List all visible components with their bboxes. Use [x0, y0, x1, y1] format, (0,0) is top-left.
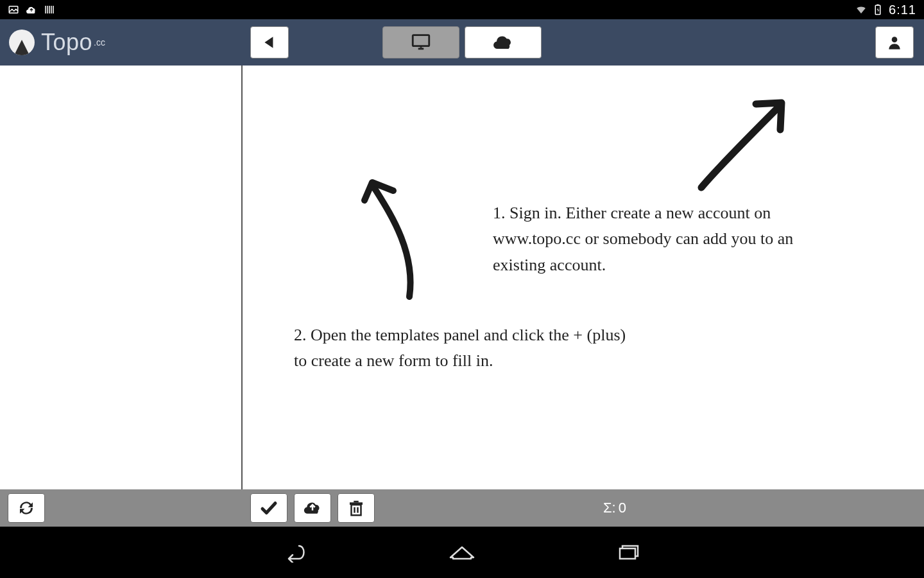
- nav-home-icon: [447, 542, 477, 563]
- sigma-label: Σ:: [603, 500, 616, 516]
- svg-rect-8: [413, 35, 429, 46]
- app-name: Topo: [41, 29, 92, 56]
- triangle-left-icon: [261, 34, 278, 51]
- onboarding-tip-2: 2. Open the templates panel and click th…: [294, 322, 628, 374]
- back-button[interactable]: [250, 26, 289, 58]
- sigma-value: 0: [619, 500, 626, 516]
- app-logo[interactable]: Topo.cc: [0, 19, 243, 66]
- svg-rect-5: [53, 6, 54, 13]
- confirm-button[interactable]: [250, 493, 287, 523]
- svg-rect-14: [354, 501, 359, 503]
- status-time: 6:11: [889, 3, 916, 17]
- nav-back-icon: [280, 542, 311, 563]
- cloud-tab[interactable]: [465, 26, 542, 58]
- android-back-button[interactable]: [276, 539, 314, 565]
- svg-rect-3: [49, 6, 50, 13]
- content-area: 1. Sign in. Either create a new account …: [0, 66, 924, 489]
- logo-mountain-icon: [9, 30, 35, 55]
- local-device-tab[interactable]: [382, 26, 459, 58]
- sync-icon: [17, 498, 36, 518]
- android-recents-button[interactable]: [610, 539, 648, 565]
- person-icon: [886, 34, 903, 51]
- svg-point-11: [892, 37, 898, 42]
- android-status-bar: 6:11: [0, 0, 924, 19]
- templates-panel[interactable]: [0, 66, 243, 489]
- svg-rect-12: [352, 505, 361, 515]
- svg-rect-17: [620, 548, 635, 559]
- sync-button[interactable]: [8, 493, 45, 523]
- svg-rect-4: [51, 6, 52, 13]
- svg-rect-9: [418, 48, 424, 50]
- nav-recents-icon: [613, 542, 644, 563]
- svg-rect-2: [47, 6, 48, 13]
- image-icon: [8, 4, 19, 15]
- cloud-icon: [492, 31, 514, 53]
- sum-status: Σ: 0: [603, 500, 626, 516]
- check-icon: [259, 498, 278, 518]
- barcode-icon: [44, 4, 55, 15]
- wifi-icon: [855, 4, 867, 15]
- arrow-to-signin-icon: [692, 91, 794, 194]
- profile-button[interactable]: [875, 26, 914, 58]
- app-suffix: .cc: [94, 37, 105, 48]
- android-nav-bar: [0, 527, 924, 578]
- arrow-to-templates-icon: [358, 175, 435, 303]
- onboarding-tip-1: 1. Sign in. Either create a new account …: [493, 200, 833, 278]
- android-home-button[interactable]: [443, 539, 481, 565]
- upload-button[interactable]: [294, 493, 331, 523]
- cloud-upload-icon: [26, 4, 37, 15]
- trash-icon: [346, 498, 366, 518]
- svg-rect-10: [420, 46, 422, 48]
- cloud-upload-icon: [303, 498, 322, 518]
- svg-rect-13: [350, 502, 363, 505]
- svg-rect-7: [877, 4, 879, 6]
- canvas-panel: 1. Sign in. Either create a new account …: [243, 66, 924, 489]
- monitor-icon: [410, 31, 432, 53]
- battery-charging-icon: [872, 4, 884, 15]
- action-bar: Σ: 0: [0, 489, 924, 527]
- app-header: Topo.cc: [0, 19, 924, 66]
- delete-button[interactable]: [338, 493, 375, 523]
- svg-rect-1: [45, 6, 46, 13]
